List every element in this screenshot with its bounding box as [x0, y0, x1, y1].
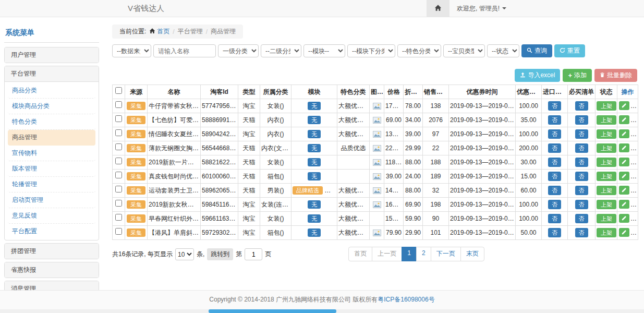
sidebar-item-saving-express[interactable]: 省惠快报 — [5, 262, 99, 278]
edit-button[interactable] — [619, 158, 629, 166]
status-button[interactable]: 上架 — [597, 186, 616, 195]
edit-icon — [622, 158, 627, 166]
import-select-toggle[interactable]: 否 — [548, 115, 561, 125]
edit-button[interactable] — [619, 186, 629, 195]
filter-data-source-select[interactable]: --数据来源-- — [112, 44, 151, 57]
import-excel-button[interactable]: 导入excel — [515, 69, 560, 82]
horizontal-scrollbar-thumb[interactable] — [209, 309, 336, 313]
reset-button[interactable]: 重置 — [554, 44, 585, 57]
must-buy-toggle[interactable]: 否 — [575, 172, 588, 181]
search-button[interactable]: 查询 — [521, 44, 552, 57]
status-button[interactable]: 上架 — [597, 214, 616, 223]
row-checkbox[interactable] — [115, 186, 122, 192]
filter-module-select[interactable]: --模块-- — [303, 44, 345, 57]
must-buy-toggle[interactable]: 否 — [575, 186, 588, 195]
coupon-amount: 35.00 — [516, 113, 542, 127]
import-select-toggle[interactable]: 否 — [548, 129, 561, 139]
sidebar-subitem-feature-category[interactable]: 特色分类 — [8, 114, 95, 130]
import-select-toggle[interactable]: 否 — [548, 158, 561, 167]
sidebar-item-platform-management[interactable]: 平台管理 — [5, 66, 99, 81]
edit-button[interactable] — [619, 228, 629, 237]
must-buy-toggle[interactable]: 否 — [575, 158, 588, 167]
status-button[interactable]: 上架 — [597, 228, 616, 237]
status-button[interactable]: 上架 — [597, 172, 616, 181]
status-button[interactable]: 上架 — [597, 158, 616, 167]
must-buy-toggle[interactable]: 否 — [575, 129, 588, 139]
import-select-toggle[interactable]: 否 — [548, 200, 561, 209]
must-buy-toggle[interactable]: 否 — [575, 101, 588, 111]
source-badge: 采集 — [127, 186, 145, 195]
edit-button[interactable] — [619, 129, 629, 138]
sidebar-group-user-management: 用户管理 — [4, 47, 99, 63]
filter-feature-category-select[interactable]: --特色分类-- — [397, 44, 441, 57]
edit-button[interactable] — [619, 214, 629, 223]
filter-level1-category-select[interactable]: 一级分类 — [218, 44, 259, 57]
add-button[interactable]: + 添加 — [563, 69, 592, 82]
import-select-toggle[interactable]: 否 — [548, 101, 561, 111]
sidebar-subitem-platform-config[interactable]: 平台配置 — [8, 224, 95, 239]
must-buy-toggle[interactable]: 否 — [575, 143, 588, 153]
column-header-9: 折后价 — [404, 85, 423, 99]
import-select-toggle[interactable]: 否 — [548, 214, 561, 223]
jump-to-button[interactable]: 跳转到 — [207, 248, 233, 260]
page-jump-input[interactable] — [245, 248, 262, 260]
filter-item-type-select[interactable]: --宝贝类型-- — [443, 44, 485, 57]
sidebar-subitem-feedback[interactable]: 意见反馈 — [8, 208, 95, 224]
pager-page-1[interactable]: 1 — [402, 247, 417, 261]
status-button[interactable]: 上架 — [597, 143, 616, 153]
sidebar-subitem-goods-management[interactable]: 商品管理 — [8, 130, 95, 146]
row-checkbox[interactable] — [115, 228, 122, 235]
sidebar-subitem-module-goods-category[interactable]: 模块商品分类 — [8, 99, 95, 114]
must-buy-toggle[interactable]: 否 — [575, 115, 588, 125]
edit-button[interactable] — [619, 101, 629, 110]
must-buy-toggle[interactable]: 否 — [575, 200, 588, 209]
import-select-toggle[interactable]: 否 — [548, 186, 561, 195]
sidebar-item-user-management[interactable]: 用户管理 — [5, 47, 99, 63]
status-button[interactable]: 上架 — [597, 115, 616, 125]
filter-status-select[interactable]: --状态-- — [487, 44, 519, 57]
row-checkbox[interactable] — [115, 200, 122, 207]
import-select-toggle[interactable]: 否 — [548, 172, 561, 181]
status-button[interactable]: 上架 — [597, 200, 616, 209]
row-checkbox[interactable] — [115, 129, 122, 136]
import-select-toggle[interactable]: 否 — [548, 143, 561, 153]
icp-link[interactable]: 粤ICP备16098006号 — [378, 296, 434, 303]
sidebar-subitem-goods-category[interactable]: 商品分类 — [8, 83, 95, 99]
name-search-input[interactable] — [153, 44, 216, 57]
pager-first[interactable]: 首页 — [348, 247, 372, 261]
table-row: 采集情侣睡衣女夏丝绸男士...589042420344淘宝内衣()无大额优惠券1… — [113, 127, 638, 141]
sidebar-subitem-promo-materials[interactable]: 宣传物料 — [8, 146, 95, 161]
pager-next[interactable]: 下一页 — [431, 247, 461, 261]
status-button[interactable]: 上架 — [597, 129, 616, 139]
bulk-delete-button[interactable]: 批量删除 — [594, 69, 637, 82]
row-checkbox[interactable] — [115, 214, 122, 221]
row-checkbox[interactable] — [115, 158, 122, 164]
sidebar-subitem-carousel-management[interactable]: 轮播管理 — [8, 177, 95, 192]
filter-level2-category-select[interactable]: --二级分类-- — [261, 44, 301, 57]
per-page-select[interactable]: 10 — [175, 248, 194, 260]
must-buy-toggle[interactable]: 否 — [575, 214, 588, 223]
must-buy-toggle[interactable]: 否 — [575, 228, 588, 237]
home-button[interactable] — [427, 0, 449, 17]
sidebar-subitem-splash-management[interactable]: 启动页管理 — [8, 192, 95, 208]
import-select-toggle[interactable]: 否 — [548, 228, 561, 237]
pager-last[interactable]: 末页 — [460, 247, 484, 261]
pager-prev[interactable]: 上一页 — [372, 247, 402, 261]
edit-button[interactable] — [619, 115, 629, 124]
edit-button[interactable] — [619, 143, 629, 152]
sidebar-subitem-version-management[interactable]: 版本管理 — [8, 161, 95, 177]
select-all-checkbox[interactable] — [115, 87, 122, 94]
pager-page-2[interactable]: 2 — [416, 247, 431, 261]
breadcrumb-home-link[interactable]: 首页 — [149, 27, 169, 36]
row-checkbox[interactable] — [115, 172, 122, 178]
sidebar-item-groupbuy-management[interactable]: 拼团管理 — [5, 244, 99, 259]
row-checkbox[interactable] — [115, 115, 122, 122]
row-checkbox[interactable] — [115, 101, 122, 108]
filter-module-sub-category-select[interactable]: --模块下分类-- — [347, 44, 395, 57]
column-header-16: 操作 — [617, 85, 638, 99]
row-checkbox[interactable] — [115, 143, 122, 150]
edit-button[interactable] — [619, 200, 629, 209]
status-button[interactable]: 上架 — [597, 101, 616, 111]
edit-button[interactable] — [619, 172, 629, 180]
user-menu[interactable]: 欢迎您, 管理员! — [449, 0, 514, 17]
